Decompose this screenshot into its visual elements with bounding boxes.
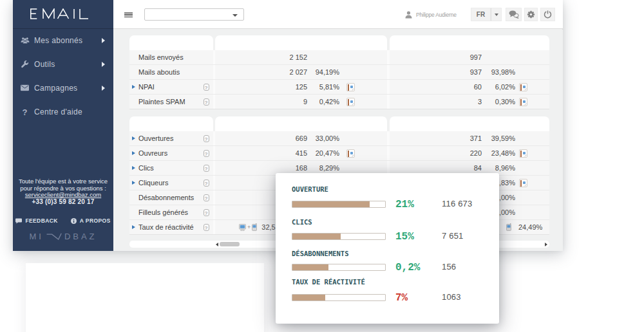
power-icon	[544, 10, 552, 19]
report-icon[interactable]	[346, 149, 355, 158]
desktop-icon	[239, 224, 246, 231]
chat-button[interactable]	[506, 8, 522, 21]
mindbaz-logo[interactable]: MI DBAZ	[13, 232, 113, 241]
stat-label: TAUX DE RÉACTIVITÉ	[292, 278, 365, 286]
brand-logo[interactable]: EMAIL	[13, 0, 113, 29]
support-phone: +33 (0)3 59 82 20 17	[13, 199, 113, 206]
table-header-row-1	[129, 35, 549, 50]
help-badge[interactable]: ?	[204, 180, 209, 187]
value-percent-c1: 0,42%	[307, 95, 339, 109]
table-row[interactable]: Ouvertures ? 669 33,00% 371 39,59%	[129, 131, 549, 146]
scroll-right-icon[interactable]	[545, 243, 547, 246]
expand-arrow-icon[interactable]	[132, 166, 135, 170]
report-icon[interactable]	[346, 98, 355, 106]
report-icon[interactable]	[519, 83, 527, 91]
help-badge[interactable]: ?	[204, 224, 209, 232]
value-percent-c2: 0,30%	[483, 95, 515, 109]
campaign-select[interactable]	[144, 8, 244, 21]
stat-value: 7 651	[442, 231, 464, 241]
value-count-c2: 371	[390, 131, 482, 145]
expand-arrow-icon[interactable]	[132, 85, 135, 89]
stat-progress-bar	[292, 264, 386, 271]
value-percent-c2: 6,02%	[483, 80, 515, 94]
feedback-button[interactable]: FEEDBACK	[15, 217, 57, 224]
report-icon[interactable]	[346, 83, 355, 91]
value-count-c2: 220	[390, 146, 482, 160]
value-percent-c2: 93,98%	[483, 65, 515, 79]
expand-arrow-icon[interactable]	[132, 151, 135, 155]
header-labels	[129, 35, 213, 50]
value-count-c2: 937	[390, 65, 482, 79]
report-icon[interactable]	[519, 98, 527, 106]
sidebar-item-campagnes[interactable]: Campagnes	[13, 76, 113, 100]
hamburger-menu-icon[interactable]	[124, 12, 133, 18]
row-label: Ouvertures	[138, 131, 173, 145]
help-badge[interactable]: ?	[204, 150, 209, 158]
row-label: Cliqueurs	[138, 176, 168, 190]
mindbaz-logo-prefix: MI	[29, 232, 43, 241]
row-label: NPAI	[138, 80, 155, 94]
row-label: Clics	[138, 161, 154, 175]
header-campaign-1	[215, 116, 387, 131]
value-count-c2: 60	[390, 80, 482, 94]
value-count-c2: 3	[390, 95, 482, 109]
report-icon[interactable]	[519, 179, 527, 187]
mobile-icon	[252, 223, 257, 231]
expand-arrow-icon[interactable]	[132, 181, 135, 185]
support-text: Toute l'équipe est à votre service pour …	[13, 178, 113, 205]
stat-percent: 21%	[395, 199, 414, 210]
help-badge[interactable]: ?	[204, 165, 209, 172]
stat-progress-bar	[292, 233, 386, 240]
help-badge[interactable]: ?	[204, 84, 209, 91]
stat-value: 156	[442, 262, 456, 272]
device-percent: 24,49%	[518, 223, 542, 231]
chevron-right-icon	[102, 62, 105, 67]
sidebar-item-outils[interactable]: Outils	[13, 52, 113, 76]
mobile-icon	[506, 223, 511, 231]
stat-progress-fill	[292, 201, 370, 207]
wrench-icon	[21, 60, 29, 68]
info-icon	[71, 218, 77, 224]
sidebar-links: FEEDBACK A PROPOS	[13, 217, 113, 224]
empty-card	[26, 263, 264, 332]
table-row[interactable]: Mails envoyés ? 2 152 997	[129, 50, 549, 65]
value-count-c1: 2 027	[215, 65, 307, 79]
report-icon[interactable]	[519, 149, 527, 158]
envelope-icon	[21, 85, 29, 91]
expand-arrow-icon[interactable]	[132, 136, 135, 140]
stat-progress-fill	[292, 295, 325, 300]
row-label: Taux de réactivité	[138, 220, 194, 234]
help-badge[interactable]: ?	[204, 135, 209, 143]
plus-icon: +	[247, 224, 251, 230]
table-row[interactable]: Mails aboutis ? 2 027 94,19% 937 93,98%	[129, 65, 549, 80]
about-button[interactable]: A PROPOS	[71, 217, 111, 224]
value-count-c1: 669	[215, 131, 307, 145]
username: Philippe Audierne	[416, 12, 457, 18]
sidebar-item-centre-d-aide[interactable]: ? Centre d'aide	[13, 100, 113, 124]
topbar: Philippe Audierne FR	[113, 0, 563, 29]
chevron-right-icon	[102, 38, 105, 43]
expand-arrow-icon[interactable]	[132, 225, 135, 229]
stat-percent: 15%	[395, 231, 414, 243]
help-badge[interactable]: ?	[204, 194, 209, 202]
table-row[interactable]: Plaintes SPAM ? 9 0,42% 3 0,30%	[129, 95, 549, 109]
scroll-left-icon[interactable]	[216, 243, 218, 246]
mindbaz-logo-suffix: DBAZ	[64, 232, 97, 241]
sidebar-item-mes-abonn-s[interactable]: Mes abonnés	[13, 28, 113, 52]
help-badge[interactable]: ?	[204, 98, 209, 106]
language-caret-button[interactable]	[491, 8, 502, 21]
language-button[interactable]: FR	[471, 8, 491, 21]
chevron-down-icon	[232, 14, 238, 17]
logout-button[interactable]	[540, 8, 555, 21]
settings-button[interactable]	[524, 8, 538, 21]
header-campaign-2	[390, 116, 549, 131]
speech-bubble-icon	[15, 218, 22, 224]
table-row[interactable]: Ouvreurs ? 415 20,47% 220 23,48%	[129, 146, 549, 161]
help-badge[interactable]: ?	[204, 209, 209, 217]
user-icon	[405, 11, 412, 19]
value-percent-c2	[483, 50, 515, 64]
table-row[interactable]: NPAI ? 125 5,81% 60 6,02%	[129, 80, 549, 95]
support-email-link[interactable]: serviceclient@mindbaz.com	[25, 191, 101, 198]
scrollbar-thumb[interactable]	[220, 242, 240, 246]
user-menu[interactable]: Philippe Audierne	[405, 0, 457, 29]
